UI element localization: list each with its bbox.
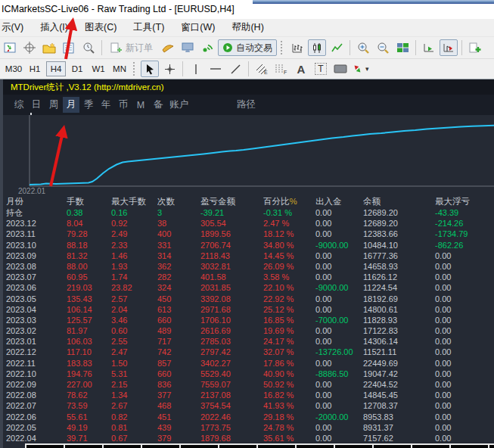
- table-cell: 401.58: [200, 272, 263, 282]
- favorites-icon[interactable]: [40, 39, 58, 56]
- table-cell: 0.00: [435, 272, 491, 282]
- pointer-tool-icon[interactable]: [141, 61, 159, 77]
- toolbar-gripper[interactable]: [133, 62, 137, 76]
- equidistant-channel-icon[interactable]: E: [253, 61, 271, 77]
- table-cell: 0.00: [435, 412, 491, 422]
- panel-tab-path[interactable]: 路径: [237, 98, 256, 111]
- table-cell: 1899.56: [200, 229, 263, 239]
- panel-tab[interactable]: 备: [150, 97, 166, 113]
- table-cell: 2023.04: [6, 304, 67, 315]
- signals-icon[interactable]: [198, 39, 216, 56]
- table-row: 2023.1179.282.494001899.5618.12 %0.00123…: [3, 229, 494, 239]
- autotrade-button[interactable]: 自动交易: [218, 39, 277, 56]
- panel-tab[interactable]: 综: [11, 97, 27, 113]
- mql5-community-icon[interactable]: [159, 39, 177, 56]
- table-cell: 1706.10: [200, 315, 263, 325]
- menu-item[interactable]: 帮助(H): [223, 20, 272, 36]
- table-row: 2023.05135.432.574503392.0822.92 %0.0018…: [3, 294, 494, 304]
- table-cell: 2785.03: [200, 336, 263, 347]
- bar-chart-icon[interactable]: [288, 39, 306, 56]
- panel-tab[interactable]: 账户: [167, 97, 191, 113]
- dropdown-arrow-icon[interactable]: ▾: [365, 65, 369, 73]
- panel-tab[interactable]: 月: [63, 97, 79, 113]
- panel-tab[interactable]: 年: [98, 97, 114, 113]
- toolbar-separator: [182, 61, 183, 76]
- arrows-tool-icon[interactable]: ▾: [351, 61, 370, 77]
- panel-tab[interactable]: 周: [45, 97, 62, 113]
- table-cell: -13726.00: [315, 347, 363, 357]
- fibonacci-tool-icon[interactable]: F: [272, 61, 290, 77]
- table-cell: 19.69 %: [263, 325, 315, 336]
- zoom-out-icon[interactable]: [374, 39, 392, 56]
- market-watch-icon[interactable]: [60, 39, 78, 56]
- table-row: 2023.0281.970.604892616.6919.69 %0.00171…: [3, 325, 494, 336]
- menu-item[interactable]: 示(V): [0, 20, 32, 36]
- channel-letter: E: [264, 70, 268, 75]
- equity-curve: [30, 126, 494, 185]
- table-cell: 18192.69: [363, 294, 435, 304]
- mt4-window: ICMarketsSC-Live06 - Raw Trading Ltd - […: [0, 0, 494, 448]
- panel-tab[interactable]: 币: [115, 97, 132, 113]
- zoom-in-icon[interactable]: [354, 39, 372, 56]
- timeframe-h4[interactable]: H4: [46, 61, 66, 76]
- chart-shift-icon[interactable]: [440, 39, 458, 56]
- panel-tab[interactable]: M: [132, 98, 149, 112]
- menu-item[interactable]: 插入(I): [32, 20, 76, 36]
- table-cell: 451: [157, 412, 200, 422]
- table-cell: 3: [157, 207, 200, 218]
- crosshair-icon[interactable]: [20, 39, 39, 56]
- table-cell: -39.21: [200, 207, 263, 218]
- table-cell: -9000.00: [315, 240, 363, 250]
- menu-item[interactable]: 工具(T): [125, 20, 172, 36]
- tile-windows-icon[interactable]: [393, 39, 412, 56]
- table-cell: 0.00: [435, 369, 491, 379]
- table-cell: 22.10 %: [263, 282, 315, 293]
- candlestick-chart-icon[interactable]: [308, 39, 326, 56]
- table-cell: 12689.20: [363, 207, 435, 218]
- vertical-line-tool-icon[interactable]: [187, 61, 205, 77]
- table-cell: 1.46: [111, 250, 157, 261]
- timeframe-d1[interactable]: D1: [67, 61, 87, 76]
- table-row: 持仓0.380.163-39.21-0.31 %0.0012689.20-43.…: [3, 207, 494, 218]
- table-cell: 81.97: [67, 325, 111, 336]
- timeframe-m30[interactable]: M30: [4, 61, 23, 76]
- table-cell: 2022.11: [6, 358, 67, 369]
- table-cell: 2022.04: [6, 433, 67, 443]
- timeframe-w1[interactable]: W1: [89, 61, 108, 76]
- table-row: 2023.128.040.9238305.542.47 %0.0012689.2…: [3, 218, 494, 229]
- table-row: 2023.0981.321.463142118.4314.45 %0.00167…: [3, 250, 494, 261]
- window-top-edge: [253, 0, 494, 4]
- toolbar-separator: [248, 61, 249, 76]
- panel-tab[interactable]: 日: [28, 97, 45, 113]
- table-cell: 660: [157, 315, 200, 325]
- label-tool-icon[interactable]: T: [312, 61, 330, 77]
- table-cell: 38: [157, 218, 200, 229]
- table-cell: 125.57: [67, 315, 111, 325]
- table-cell: 468: [157, 400, 200, 411]
- text-tool-icon[interactable]: A: [292, 61, 310, 77]
- timeframe-h1[interactable]: H1: [25, 61, 45, 76]
- table-cell: 2797.42: [200, 347, 263, 357]
- table-cell: 2118.43: [200, 250, 263, 261]
- rectangle-tool-icon[interactable]: [331, 61, 350, 77]
- table-cell: 81.32: [67, 250, 111, 261]
- auto-scroll-icon[interactable]: [420, 39, 438, 56]
- new-order-button[interactable]: 新订单: [106, 39, 157, 56]
- strategy-tester-icon[interactable]: [79, 39, 98, 56]
- menu-item[interactable]: 窗口(W): [172, 20, 223, 36]
- toolbar-gripper[interactable]: [281, 41, 284, 54]
- table-row: 2022.0878.621.343772137.0816.82 %0.00148…: [3, 390, 494, 400]
- horizontal-line-tool-icon[interactable]: [207, 61, 225, 77]
- line-chart-icon[interactable]: [328, 39, 346, 56]
- table-cell: 282: [157, 272, 200, 282]
- new-template-icon[interactable]: [466, 39, 484, 56]
- crosshair-tool-icon[interactable]: [160, 61, 179, 77]
- new-chart-icon[interactable]: [1, 39, 19, 56]
- timeframe-mn[interactable]: MN: [110, 61, 129, 76]
- menu-item[interactable]: 图表(C): [76, 20, 125, 36]
- panel-tab[interactable]: 季: [80, 97, 97, 113]
- terminal-icon[interactable]: [179, 39, 197, 56]
- trendline-tool-icon[interactable]: [226, 61, 244, 77]
- table-cell: 0.00: [315, 433, 363, 443]
- table-row: 2022.0655.610.824512022.4629.18 %-2000.0…: [3, 412, 494, 422]
